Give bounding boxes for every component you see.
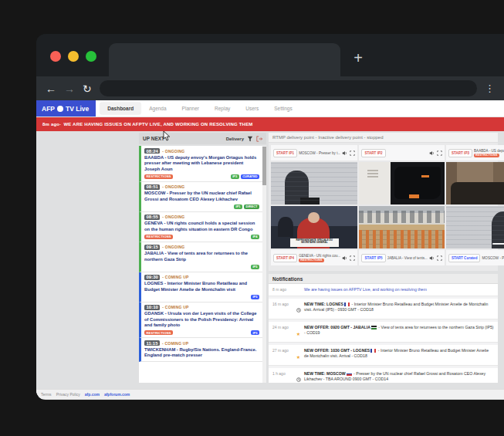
notification-row[interactable]: 8 m ago We are having issues on AFPTV Li… [269, 284, 498, 296]
alert-banner: 8m ago· WE ARE HAVING ISSUES ON AFPTV LI… [36, 117, 504, 131]
alert-time: 8m ago· [42, 122, 61, 127]
afp-tv-live-logo[interactable]: AFP TV Live [36, 100, 96, 117]
fullscreen-icon[interactable] [350, 150, 355, 156]
delivery-tag: IP5 [251, 265, 259, 269]
volume-slider[interactable] [492, 243, 504, 245]
video-thumbnail-jabalia-aerial[interactable] [359, 206, 444, 248]
back-icon[interactable]: ← [46, 83, 56, 94]
afpforum-com-link[interactable]: afpforum.com [104, 392, 130, 397]
tab-users[interactable]: Users [238, 103, 266, 114]
event-status: COMING UP [162, 305, 188, 309]
list-item[interactable]: 10:10COMING UP GDANSK - Ursula von der L… [139, 302, 262, 339]
list-scrollbar[interactable] [262, 146, 266, 383]
start-ip4-button[interactable]: START IP4 [273, 254, 297, 262]
video-thumbnail-moscow-presser[interactable] [271, 162, 357, 204]
minimize-button[interactable] [68, 51, 79, 62]
rtmp-header-text: RTMP delivery point - Inactive delivery … [272, 135, 384, 140]
fullscreen-icon[interactable] [437, 255, 442, 261]
delivery-tag: IP3 [231, 174, 239, 179]
event-status: COMING UP [162, 275, 188, 279]
notification-time: 24 m ago [272, 325, 293, 330]
event-status: COMING UP [162, 341, 188, 346]
video-thumbnail-baabda-press-scrum[interactable] [446, 162, 504, 204]
video-controls [492, 241, 504, 246]
tab-replay[interactable]: Replay [208, 103, 237, 114]
event-time: 08:24 [144, 148, 160, 154]
filter-icon[interactable] [247, 136, 253, 142]
address-bar[interactable] [100, 80, 477, 96]
tab-settings[interactable]: Settings [267, 103, 299, 114]
restrictions-badge: RESTRICTIONS [474, 154, 499, 157]
notification-row[interactable]: 27 m ago ★ NEW OFFER: 1030 GMT - LOGNES … [269, 345, 498, 366]
notification-row[interactable]: 24 m ago ★ NEW OFFER: 0920 GMT - JABALIA… [269, 322, 498, 343]
notification-headline: NEW OFFER: 1030 GMT - LOGNES [304, 348, 370, 353]
video-thumbnail-moscow-curated[interactable] [446, 206, 504, 248]
sign-out-icon[interactable] [256, 136, 262, 142]
player-label: JABALIA - View of tents... [387, 256, 428, 260]
afp-com-link[interactable]: afp.com [85, 392, 100, 397]
volume-icon[interactable] [429, 150, 435, 156]
reload-icon[interactable]: ↻ [83, 83, 92, 94]
list-item[interactable]: 08:24ONGOING BAABDA - US deputy envoy's … [139, 146, 262, 182]
notifications-header: Notifications [269, 274, 498, 284]
start-ip3-button[interactable]: START IP3 [448, 149, 472, 157]
start-curated-button[interactable]: START Curated [448, 254, 481, 262]
page-footer: Terms Privacy Policy afp.com afpforum.co… [36, 389, 504, 399]
start-ip1-button[interactable]: START IP1 [273, 149, 297, 157]
start-ip2-button[interactable]: START IP2 [361, 149, 385, 157]
tab-agenda[interactable]: Agenda [142, 103, 173, 114]
close-button[interactable] [50, 51, 61, 62]
event-status: ONGOING [162, 215, 184, 219]
new-tab-button[interactable]: + [348, 48, 368, 68]
browser-menu-icon[interactable]: ⋮ [485, 83, 495, 94]
volume-icon[interactable] [342, 255, 347, 261]
france-flag-icon [370, 349, 376, 353]
rtmp-panel: RTMP delivery point - Inactive delivery … [269, 133, 498, 271]
player-label: MOSCOW - Presser by t... [299, 151, 340, 155]
event-time: 11:15 [144, 340, 160, 346]
event-title: GENEVA - UN rights council holds a speci… [144, 221, 259, 232]
video-thumbnail-camera-setup[interactable] [359, 162, 444, 204]
brand-product: TV Live [66, 105, 89, 113]
privacy-policy-link[interactable]: Privacy Policy [56, 392, 80, 397]
volume-icon[interactable] [342, 150, 347, 156]
notification-text: We are having issues on AFPTV Live, and … [304, 287, 494, 292]
restrictions-badge: RESTRICTIONS [144, 330, 173, 335]
dashboard-main: UP NEXT Delivery 08:24ONGOING BAABDA - U… [36, 131, 504, 399]
list-item[interactable]: 09:30COMING UP LOGNES - Interior Ministe… [139, 272, 262, 302]
start-ip5-button[interactable]: START IP5 [361, 254, 385, 262]
player-label: BAABDA - US deputy en... [474, 149, 504, 153]
nameplate: REPRESENTANTE SPECIALE DU SECRETAIRE GEN… [290, 238, 339, 247]
tab-planner[interactable]: Planner [175, 103, 206, 114]
maximize-button[interactable] [86, 51, 96, 62]
desktop-background: + ← → ↻ ⋮ AFP TV Live Dashboard Agenda [0, 0, 504, 436]
restrictions-badge: RESTRICTIONS [299, 259, 323, 262]
video-thumbnail-geneva-un-session[interactable]: REPRESENTANTE SPECIALE DU SECRETAIRE GEN… [271, 206, 357, 248]
fullscreen-icon[interactable] [437, 150, 442, 156]
list-item[interactable]: 08:55ONGOING GENEVA - UN rights council … [139, 212, 262, 242]
browser-tab[interactable] [109, 43, 340, 76]
list-item[interactable]: 08:51ONGOING MOSCOW - Presser by the UN … [139, 182, 262, 212]
player-control-ip2: START IP2 [359, 145, 444, 161]
event-status: ONGOING [162, 149, 184, 154]
volume-icon[interactable] [429, 255, 435, 261]
up-next-panel: UP NEXT Delivery 08:24ONGOING BAABDA - U… [139, 133, 266, 383]
list-item[interactable]: 09:15ONGOING JABALIA - View of tents are… [139, 242, 262, 272]
fullscreen-icon[interactable] [350, 255, 355, 261]
event-time: 08:55 [144, 215, 160, 220]
forward-icon[interactable]: → [64, 83, 75, 94]
notifications-title: Notifications [272, 276, 303, 282]
delivery-tag: IP4 [251, 235, 259, 239]
browser-toolbar: ← → ↻ ⋮ [36, 76, 504, 100]
rtmp-header: RTMP delivery point - Inactive delivery … [269, 133, 498, 143]
notification-row[interactable]: 16 m ago NEW TIME: LOGNES - Interior Min… [269, 299, 498, 319]
event-status: ONGOING [162, 184, 184, 189]
tab-dashboard[interactable]: Dashboard [100, 103, 140, 114]
event-title: LOGNES - Interior Minister Bruno Retaill… [144, 281, 259, 292]
palestine-flag-icon [371, 326, 377, 330]
list-item[interactable]: 11:15COMING UP TWICKENHAM - Rugby/Six Na… [139, 338, 262, 362]
scrollbar-thumb[interactable] [262, 147, 266, 185]
terms-link[interactable]: Terms [41, 392, 52, 397]
window-controls [50, 51, 96, 62]
notification-row[interactable]: 1 h ago NEW TIME: MOSCOW - Presser by th… [269, 368, 498, 383]
